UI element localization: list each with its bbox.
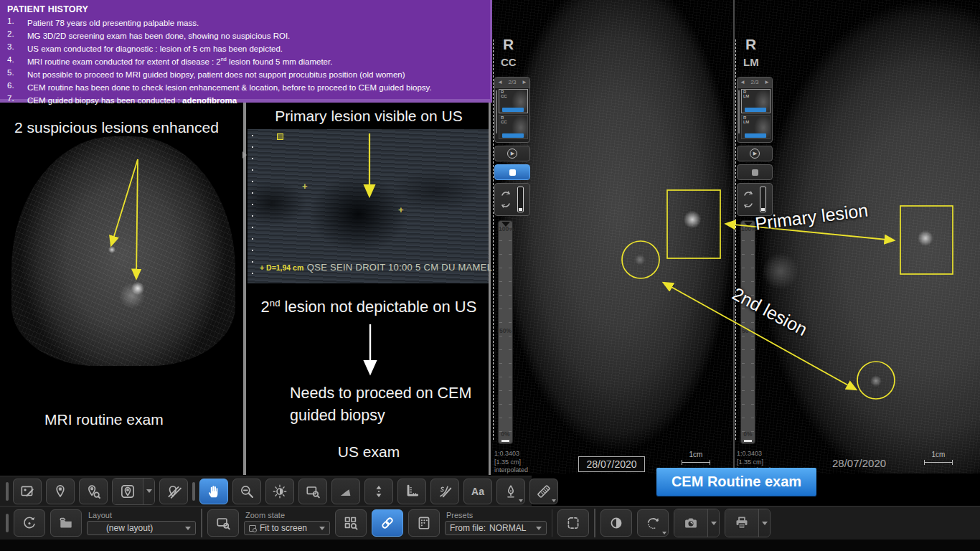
ruler-diagonal-button[interactable] (529, 479, 558, 504)
image-annotation-button[interactable] (13, 479, 42, 504)
opacity-slider[interactable]: 100% 50% 0% (740, 220, 755, 444)
arrow-back-icon (501, 202, 511, 209)
toolbar-separator (201, 509, 202, 537)
ruler-corner-button[interactable] (397, 479, 426, 504)
print-button[interactable] (725, 509, 758, 537)
us-second-lesion-caption: 2nd lesion not depictable on US (248, 298, 490, 316)
zoom-rectangle-button[interactable] (207, 509, 239, 537)
rotate-button[interactable] (637, 509, 669, 537)
text-annotation-button[interactable]: Aa (463, 479, 492, 504)
laterality-label: R (494, 36, 532, 53)
presets-dropdown[interactable]: From file: NORMAL (445, 521, 547, 535)
patient-history-title: PATIENT HISTORY (7, 4, 484, 14)
image-annotation-icon (19, 484, 35, 499)
thumbnail[interactable]: R LM (741, 115, 771, 139)
view1-tool-column: R CC ◄ 2/3 ► R CC R CC (494, 36, 532, 475)
print-combo[interactable] (725, 509, 771, 537)
print-dropdown[interactable] (758, 509, 770, 537)
nav-next-icon[interactable]: ► (764, 79, 770, 85)
thumbnail[interactable]: R CC (499, 89, 528, 113)
marker-pin-icon (52, 484, 68, 499)
snapshot-button[interactable] (674, 509, 707, 537)
slab-control[interactable] (737, 183, 773, 216)
chevron-down-icon (711, 522, 717, 525)
cine-stop-button[interactable] (494, 164, 530, 180)
open-folder-button[interactable] (50, 509, 82, 537)
thumbnail[interactable]: R LM (741, 89, 771, 113)
marker-type-icon (120, 484, 136, 499)
scroll-stack-button[interactable] (364, 479, 393, 504)
snapshot-combo[interactable] (674, 509, 720, 537)
marker-hide-icon (166, 484, 182, 499)
brightness-contrast-button[interactable] (265, 479, 294, 504)
zoom-state-dropdown[interactable]: Fit to screen (244, 521, 330, 535)
slider-50-label: 50% (741, 327, 755, 334)
toolbar-grip[interactable] (192, 482, 195, 501)
slab-slider-handle[interactable] (519, 208, 522, 211)
projection-label: CC (494, 56, 532, 68)
thumbnail-scrollbar[interactable] (496, 90, 497, 133)
snapshot-dropdown[interactable] (707, 509, 719, 537)
slider-position-marker (744, 222, 753, 227)
pen-annotation-button[interactable] (496, 479, 525, 504)
ruler-diagonal-icon (536, 484, 552, 499)
zoom-state-label: Zoom state (244, 511, 330, 519)
marker-pin-button[interactable] (46, 479, 75, 504)
printer-icon (734, 515, 750, 531)
ramp-wedge-button[interactable] (331, 479, 360, 504)
history-item: 3.US exam conducted for diagnostic : les… (7, 42, 484, 55)
dot-matrix-icon (416, 515, 432, 531)
annotation-toolbar: Aa (0, 476, 532, 506)
fullscreen-button[interactable] (557, 509, 589, 537)
thumbnail[interactable]: R CC (499, 115, 528, 139)
slider-handle[interactable] (743, 439, 753, 443)
nav-prev-icon[interactable]: ◄ (740, 79, 745, 85)
mri-caption: 2 suspicious lesions enhanced (14, 119, 219, 136)
thumbnail-badge (502, 133, 524, 138)
link-views-button[interactable] (372, 509, 403, 537)
us-roi-marker (277, 133, 283, 140)
cine-stop-button[interactable] (737, 164, 773, 180)
nav-next-icon[interactable]: ► (522, 79, 527, 85)
slab-slider-handle[interactable] (761, 208, 765, 211)
presets-grid-button[interactable] (408, 509, 440, 537)
view1-date: 28/07/2020 (578, 456, 645, 472)
mri-image[interactable] (11, 136, 235, 366)
marker-find-button[interactable] (79, 479, 108, 504)
presets-selector: Presets From file: NORMAL (445, 511, 547, 535)
slab-control[interactable] (494, 183, 530, 216)
toolbar-grip[interactable] (6, 514, 9, 532)
marker-type-combo[interactable] (112, 478, 155, 505)
zoom-region-icon (305, 484, 321, 499)
slider-handle[interactable] (501, 439, 510, 443)
marker-type-dropdown[interactable] (143, 479, 154, 504)
slab-slider[interactable] (517, 187, 524, 212)
invert-button[interactable] (600, 509, 632, 537)
opacity-slider[interactable]: 100% 50% 0% (498, 220, 513, 444)
divider-collapse-handle[interactable] (242, 151, 247, 159)
layout-toolbar: Layout (new layout) Zoom state Fit to sc… (0, 506, 980, 540)
us-exam-label: US exam (248, 443, 490, 461)
cine-play-button[interactable]: ▶ (494, 146, 530, 161)
laterality-label: R (737, 36, 774, 53)
reset-button[interactable] (14, 509, 45, 537)
slab-slider[interactable] (760, 187, 766, 212)
cine-play-button[interactable]: ▶ (737, 146, 773, 161)
layout-dropdown[interactable]: (new layout) (87, 521, 196, 535)
chevron-down-icon (762, 522, 768, 525)
thumbnail-scrollbar[interactable] (738, 90, 740, 133)
history-item: 4.MRI routine exam conducted for extent … (7, 55, 484, 67)
zoom-state-selector: Zoom state Fit to screen (244, 511, 330, 535)
chevron-down-icon (552, 499, 556, 502)
zoom-magnifier-button[interactable] (232, 479, 261, 504)
bottom-strip (0, 540, 980, 551)
toolbar-grip[interactable] (6, 482, 9, 501)
zoom-region-button[interactable] (298, 479, 327, 504)
pan-hand-button[interactable] (199, 479, 228, 504)
angle-measure-button[interactable] (430, 479, 459, 504)
hanging-protocol-button[interactable] (335, 509, 367, 537)
marker-hide-button[interactable] (159, 479, 188, 504)
thumbnail-badge (502, 108, 524, 112)
marker-type-button[interactable] (113, 479, 143, 504)
nav-prev-icon[interactable]: ◄ (497, 79, 503, 85)
